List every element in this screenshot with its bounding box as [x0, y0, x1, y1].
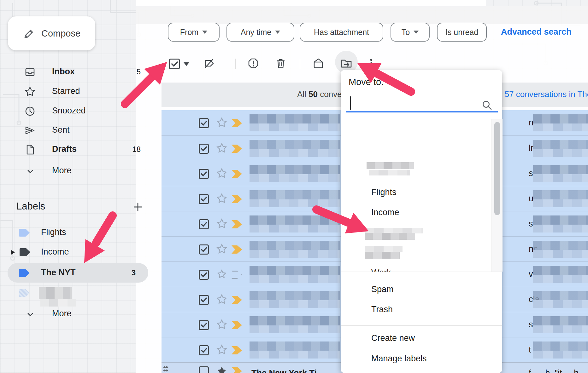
- remove-label-icon[interactable]: [203, 57, 215, 69]
- sidebar-labels-more[interactable]: More: [0, 304, 148, 323]
- row-checkbox[interactable]: [199, 244, 209, 255]
- move-to-search-input[interactable]: [346, 95, 494, 111]
- redacted-sender: [250, 341, 340, 351]
- filter-chip-to[interactable]: To: [391, 23, 430, 42]
- sidebar-item-drafts[interactable]: Drafts 18: [0, 140, 148, 159]
- row-checkbox[interactable]: [199, 320, 209, 330]
- row-checkbox[interactable]: [199, 194, 209, 204]
- star-icon[interactable]: [216, 193, 227, 204]
- redacted-snippet: [533, 123, 588, 131]
- sidebar-item-sent[interactable]: Sent: [0, 121, 148, 140]
- row-checkbox[interactable]: [199, 219, 209, 229]
- menu-item-trash[interactable]: Trash: [371, 305, 393, 318]
- sender-name: The New York Ti: [251, 368, 317, 373]
- sidebar-item-inbox[interactable]: Inbox 5: [0, 62, 148, 81]
- redacted-sender: [250, 291, 340, 300]
- importance-marker-icon[interactable]: [232, 245, 242, 254]
- scrollbar-thumb[interactable]: [494, 122, 500, 215]
- importance-marker-icon[interactable]: [232, 170, 242, 178]
- importance-marker-icon[interactable]: [232, 296, 242, 304]
- row-checkbox[interactable]: [199, 366, 209, 373]
- text-cursor: [350, 96, 351, 110]
- chevron-down-icon: [26, 310, 35, 319]
- pencil-icon: [23, 28, 34, 40]
- star-icon[interactable]: [216, 117, 227, 128]
- toolbar-divider: [235, 59, 236, 69]
- compose-button[interactable]: Compose: [8, 16, 95, 50]
- sidebar-item-label: More: [52, 309, 72, 318]
- selected-count: 50: [309, 89, 318, 99]
- importance-marker-icon[interactable]: [232, 119, 242, 127]
- star-icon: [25, 86, 35, 97]
- menu-item-manage-labels[interactable]: Manage labels: [371, 354, 427, 368]
- label-tag-icon: [19, 269, 30, 277]
- importance-marker-icon[interactable]: [232, 145, 242, 153]
- filter-chip-any-time[interactable]: Any time: [226, 23, 294, 42]
- filter-chip-is-unread[interactable]: Is unread: [437, 23, 487, 42]
- label-tag-icon: [20, 248, 30, 256]
- report-spam-icon[interactable]: [247, 57, 259, 69]
- redacted-snippet: [250, 123, 340, 131]
- move-to-icon[interactable]: [340, 57, 352, 69]
- text-fragment: s: [529, 219, 533, 229]
- sidebar-item-snoozed[interactable]: Snoozed: [0, 101, 148, 120]
- star-icon[interactable]: [216, 319, 227, 330]
- importance-marker-icon[interactable]: [232, 220, 242, 228]
- sidebar-item-more[interactable]: More: [0, 161, 148, 180]
- importance-marker-icon[interactable]: [232, 271, 242, 279]
- star-icon[interactable]: [216, 244, 227, 254]
- star-icon[interactable]: [216, 218, 227, 229]
- row-checkbox[interactable]: [199, 169, 209, 179]
- expand-arrow-icon[interactable]: [11, 250, 15, 255]
- importance-marker-icon[interactable]: [232, 346, 242, 354]
- row-checkbox[interactable]: [199, 270, 209, 280]
- redacted-sender: [250, 316, 340, 325]
- star-icon[interactable]: [216, 344, 227, 355]
- star-icon[interactable]: [216, 168, 227, 179]
- sidebar-label-the-nyt[interactable]: The NYT 3: [0, 263, 148, 282]
- row-checkbox[interactable]: [199, 345, 209, 355]
- menu-item-spam[interactable]: Spam: [371, 284, 394, 298]
- chip-label: Has attachment: [314, 28, 369, 37]
- mark-unread-icon[interactable]: [312, 57, 324, 69]
- advanced-search-link[interactable]: Advanced search: [501, 27, 572, 37]
- add-label-icon[interactable]: [132, 202, 143, 212]
- check-icon: [200, 145, 208, 153]
- row-checkbox[interactable]: [199, 118, 209, 128]
- importance-marker-icon[interactable]: [232, 195, 242, 203]
- row-checkbox[interactable]: [199, 295, 209, 305]
- move-to-title: Move to:: [349, 77, 384, 87]
- inbox-icon: [25, 67, 35, 77]
- drag-handle-icon[interactable]: [163, 366, 168, 373]
- star-icon[interactable]: [216, 294, 227, 305]
- delete-icon[interactable]: [275, 57, 287, 69]
- sidebar-label-flights[interactable]: Flights: [0, 223, 148, 242]
- importance-marker-icon[interactable]: [232, 367, 242, 373]
- menu-divider: [341, 325, 502, 326]
- row-checkbox[interactable]: [199, 144, 209, 154]
- redacted-menu-item[interactable]: [367, 162, 414, 169]
- sidebar-item-starred[interactable]: Starred: [0, 82, 148, 101]
- redacted-snippet: [250, 351, 340, 359]
- filter-chip-has-attachment[interactable]: Has attachment: [300, 23, 383, 42]
- star-icon[interactable]: [216, 143, 227, 153]
- redacted-snippet: [533, 174, 588, 182]
- star-icon[interactable]: [216, 269, 227, 279]
- redacted-snippet: [250, 225, 340, 232]
- menu-item-work[interactable]: Work: [371, 268, 391, 272]
- redacted-menu-item[interactable]: [365, 246, 403, 252]
- filter-chip-from[interactable]: From: [168, 23, 220, 42]
- sidebar-item-label: Snoozed: [52, 106, 86, 116]
- menu-item-flights[interactable]: Flights: [371, 187, 397, 201]
- star-icon[interactable]: [216, 366, 227, 373]
- more-options-icon[interactable]: [365, 57, 377, 69]
- menu-item-create-new[interactable]: Create new: [371, 333, 415, 347]
- select-dropdown-caret[interactable]: [184, 62, 189, 66]
- menu-divider: [341, 272, 502, 272]
- sidebar-item-label: Flights: [41, 227, 66, 237]
- importance-marker-icon[interactable]: [232, 321, 242, 329]
- select-all-checkbox[interactable]: [169, 59, 180, 69]
- sidebar-label-income[interactable]: Income: [0, 243, 148, 261]
- redacted-subject: [533, 165, 588, 174]
- menu-item-income[interactable]: Income: [371, 208, 399, 221]
